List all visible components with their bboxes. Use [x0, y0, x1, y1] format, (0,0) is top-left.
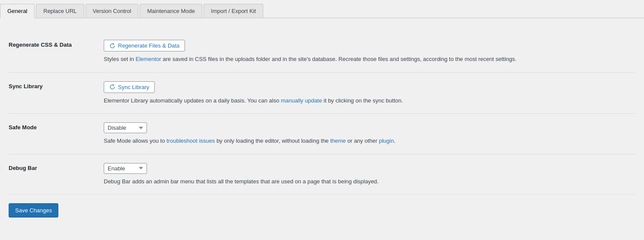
save-changes-button[interactable]: Save Changes: [9, 203, 58, 218]
regenerate-description: Styles set in Elementor are saved in CSS…: [104, 55, 635, 64]
safe-mode-description: Safe Mode allows you to troubleshoot iss…: [104, 137, 635, 145]
regenerate-label: Regenerate CSS & Data: [9, 40, 104, 48]
tab-version-control[interactable]: Version Control: [86, 4, 139, 18]
settings-row-sync-library: Sync Library Sync Library Elementor Libr…: [9, 73, 635, 114]
sync-library-icon: [109, 84, 115, 90]
sync-library-control: Sync Library Elementor Library automatic…: [104, 81, 635, 105]
regenerate-control: Regenerate Files & Data Styles set in El…: [104, 40, 635, 64]
tab-import-export-kit[interactable]: Import / Export Kit: [204, 4, 263, 18]
tab-replace-url[interactable]: Replace URL: [36, 4, 84, 18]
content-area: Regenerate CSS & Data Regenerate Files &…: [0, 18, 644, 239]
settings-row-regenerate: Regenerate CSS & Data Regenerate Files &…: [9, 31, 635, 73]
sync-library-label: Sync Library: [9, 81, 104, 90]
debug-bar-label: Debug Bar: [9, 163, 104, 171]
tab-general[interactable]: General: [0, 4, 35, 18]
tab-maintenance-mode[interactable]: Maintenance Mode: [140, 4, 202, 18]
safe-mode-label: Safe Mode: [9, 122, 104, 131]
regenerate-icon: [109, 43, 115, 49]
safe-mode-select[interactable]: Disable Enable: [104, 122, 147, 133]
save-section: Save Changes: [9, 195, 635, 226]
settings-row-debug-bar: Debug Bar Enable Disable Debug Bar adds …: [9, 154, 635, 195]
safe-mode-control: Disable Enable Safe Mode allows you to t…: [104, 122, 635, 145]
debug-bar-select[interactable]: Enable Disable: [104, 163, 147, 174]
sync-library-button[interactable]: Sync Library: [104, 81, 155, 93]
page-wrapper: General Replace URL Version Control Main…: [0, 0, 644, 240]
sync-library-description: Elementor Library automatically updates …: [104, 96, 635, 105]
settings-row-safe-mode: Safe Mode Disable Enable Safe Mode allow…: [9, 114, 635, 154]
debug-bar-description: Debug Bar adds an admin bar menu that li…: [104, 177, 635, 186]
regenerate-button[interactable]: Regenerate Files & Data: [104, 40, 185, 51]
debug-bar-control: Enable Disable Debug Bar adds an admin b…: [104, 163, 635, 186]
tabs-bar: General Replace URL Version Control Main…: [0, 0, 644, 18]
